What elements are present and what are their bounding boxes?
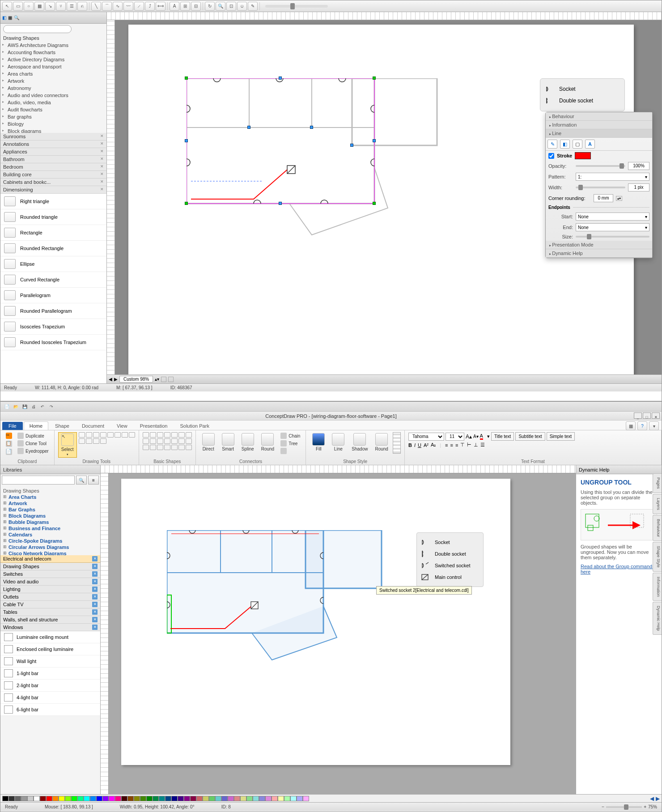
tool[interactable] <box>100 432 106 438</box>
sidebar-group[interactable]: Audio and video connectors <box>0 92 106 99</box>
stroke-checkbox[interactable] <box>548 153 554 159</box>
shape[interactable] <box>178 438 185 444</box>
help-link[interactable]: Read about the Group commands here <box>581 564 655 574</box>
shape[interactable] <box>178 445 185 450</box>
side-tab[interactable]: Dynamic Help <box>653 602 662 635</box>
qat-save[interactable]: 💾 <box>21 403 28 410</box>
ribbon-tab[interactable]: Document <box>76 421 110 430</box>
copy-button[interactable]: 📋 <box>4 440 14 447</box>
color-swatch[interactable] <box>121 796 127 801</box>
line-button[interactable]: Line <box>329 432 347 452</box>
collapse-ribbon[interactable]: ▾ <box>649 421 659 430</box>
opacity-value[interactable]: 100% <box>628 162 649 170</box>
color-swatch[interactable] <box>21 796 27 801</box>
lib-tree-item[interactable]: Block Diagrams <box>3 513 98 519</box>
tool-ellipse[interactable]: ○ <box>24 2 34 11</box>
color-swatch[interactable] <box>290 796 297 801</box>
shape[interactable] <box>157 445 163 450</box>
align-top[interactable]: ⊤ <box>460 442 465 448</box>
color-swatch[interactable] <box>115 796 121 801</box>
sidebar-group[interactable]: Aerospace and transport <box>0 63 106 70</box>
close-icon[interactable]: ✕ <box>100 172 104 177</box>
lib-tree-item[interactable]: Circular Arrows Diagrams <box>3 544 98 550</box>
shape[interactable] <box>164 445 170 450</box>
tool[interactable] <box>79 432 85 438</box>
sidebar-group[interactable]: Block diagrams <box>0 128 106 133</box>
tool-arc[interactable]: ⌒ <box>102 2 112 11</box>
side-tab[interactable]: Layers <box>653 494 662 514</box>
lib-menu-button[interactable]: ≡ <box>88 476 99 485</box>
lib-shape-item[interactable]: 6-light bar <box>0 704 100 716</box>
sb-icon2[interactable]: ▦ <box>8 15 12 20</box>
zoom-value[interactable]: Custom 98% <box>119 376 153 383</box>
color-swatch[interactable] <box>46 796 52 801</box>
floorplan[interactable] <box>187 78 441 248</box>
shape[interactable] <box>143 432 149 438</box>
stroke-color-swatch[interactable] <box>575 152 591 159</box>
corner-value[interactable]: 0 mm <box>594 194 613 202</box>
opacity-slider[interactable] <box>576 165 625 167</box>
spline-button[interactable]: Spline <box>239 432 257 452</box>
color-swatch[interactable] <box>109 796 115 801</box>
shape[interactable] <box>171 432 178 438</box>
page[interactable]: Socket Double socket Switched socket Mai… <box>121 479 510 765</box>
panel-tab-pen[interactable]: ✎ <box>547 140 557 149</box>
shape-item[interactable]: Isosceles Trapezium <box>0 319 106 335</box>
shape[interactable] <box>171 445 178 450</box>
tool-line[interactable]: ╲ <box>91 2 101 11</box>
close-icon[interactable]: ✕ <box>100 134 104 139</box>
corner-stepper[interactable]: ▴▾ <box>616 196 622 201</box>
tool-arrow[interactable]: ⤴ <box>145 2 155 11</box>
tool-zoom-fit[interactable]: ⊡ <box>226 2 236 11</box>
sidebar-group[interactable]: Audio, video, media <box>0 99 106 106</box>
sidebar-group[interactable]: Astronomy <box>0 85 106 92</box>
side-tab[interactable]: Information <box>653 573 662 601</box>
tool[interactable] <box>115 432 121 438</box>
maximize-button[interactable]: □ <box>643 412 651 419</box>
clone-button[interactable]: Clone Tool <box>16 440 51 447</box>
lib-tree-item[interactable]: Circle-Spoke Diagrams <box>3 538 98 544</box>
side-tab[interactable]: Shape Style <box>653 542 662 572</box>
tool-person[interactable]: ☺ <box>237 2 247 11</box>
tool-group[interactable]: ⊞ <box>180 2 190 11</box>
fill-button[interactable]: Fill <box>310 432 327 452</box>
tool-pointer[interactable]: ↖ <box>2 2 12 11</box>
direct-button[interactable]: Direct <box>199 432 217 452</box>
color-swatch[interactable] <box>190 796 196 801</box>
color-swatch[interactable] <box>221 796 228 801</box>
zoom-out[interactable]: − <box>602 804 604 809</box>
color-swatch[interactable] <box>71 796 77 801</box>
ribbon-tab[interactable]: Presentation <box>134 421 174 430</box>
title-text-button[interactable]: Title text <box>491 432 514 441</box>
lib-search-input[interactable] <box>2 476 75 485</box>
color-swatch[interactable] <box>140 796 146 801</box>
tool-polyline[interactable]: ∿ <box>113 2 123 11</box>
properties-panel[interactable]: Behaviour Information Line ✎ ◧ ▢ A Strok… <box>545 112 653 258</box>
sidebar-cat[interactable]: Dimensioning✕ <box>0 186 106 194</box>
close-icon[interactable]: ✕ <box>92 564 98 569</box>
close-icon[interactable]: ✕ <box>92 625 98 630</box>
lib-tree-item[interactable]: Area Charts <box>3 494 98 500</box>
smart-button[interactable]: Smart <box>219 432 237 452</box>
sidebar-cat[interactable]: Appliances✕ <box>0 148 106 156</box>
panel-tab-text[interactable]: A <box>585 140 595 149</box>
close-icon[interactable]: ✕ <box>92 579 98 584</box>
shape[interactable] <box>186 445 192 450</box>
page-prev[interactable]: ◀ <box>109 377 112 382</box>
italic-button[interactable]: I <box>414 442 416 448</box>
select-button[interactable]: ↖Select▾ <box>58 432 77 458</box>
close-icon[interactable]: ✕ <box>92 571 98 577</box>
align-right[interactable]: ≡ <box>455 442 458 448</box>
align-bot[interactable]: ⊥ <box>474 442 478 448</box>
lib-tree-header[interactable]: Drawing Shapes <box>3 488 98 494</box>
chain-button[interactable]: Chain <box>279 432 302 439</box>
align-center[interactable]: ≡ <box>450 442 453 448</box>
panel-section[interactable]: Presentation Mode <box>546 241 652 249</box>
lib-tree-item[interactable]: Business and Finance <box>3 525 98 531</box>
lib-shape-item[interactable]: Luminaire ceiling mount <box>0 631 100 643</box>
color-swatch[interactable] <box>8 796 15 801</box>
align-left[interactable]: ≡ <box>445 442 448 448</box>
tool[interactable] <box>93 438 99 444</box>
tool-branch[interactable]: ⑂ <box>56 2 66 11</box>
shape[interactable] <box>143 445 149 450</box>
